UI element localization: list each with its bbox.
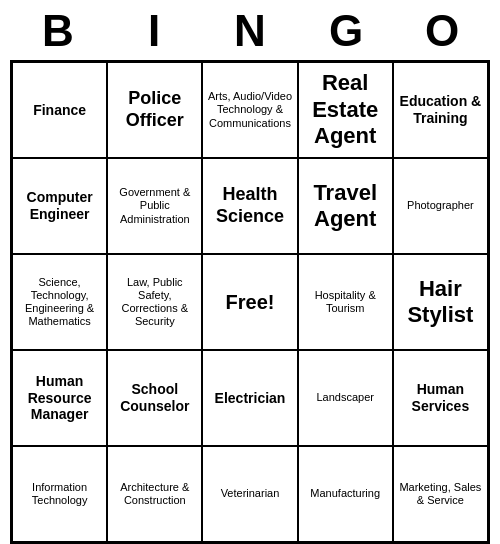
cell-16: School Counselor bbox=[107, 350, 202, 446]
cell-21: Architecture & Construction bbox=[107, 446, 202, 542]
cell-4: Education & Training bbox=[393, 62, 488, 158]
letter-b: B bbox=[14, 6, 102, 56]
letter-n: N bbox=[206, 6, 294, 56]
cell-5: Computer Engineer bbox=[12, 158, 107, 254]
letter-o: O bbox=[398, 6, 486, 56]
cell-14: Hair Stylist bbox=[393, 254, 488, 350]
cell-13: Hospitality & Tourism bbox=[298, 254, 393, 350]
cell-11: Law, Public Safety, Corrections & Securi… bbox=[107, 254, 202, 350]
cell-7: Health Science bbox=[202, 158, 297, 254]
bingo-header: B I N G O bbox=[10, 0, 490, 60]
cell-12: Free! bbox=[202, 254, 297, 350]
cell-18: Landscaper bbox=[298, 350, 393, 446]
cell-1: Police Officer bbox=[107, 62, 202, 158]
letter-i: I bbox=[110, 6, 198, 56]
cell-3: Real Estate Agent bbox=[298, 62, 393, 158]
cell-20: Information Technology bbox=[12, 446, 107, 542]
cell-6: Government & Public Administration bbox=[107, 158, 202, 254]
letter-g: G bbox=[302, 6, 390, 56]
bingo-grid: FinancePolice OfficerArts, Audio/Video T… bbox=[10, 60, 490, 544]
cell-24: Marketing, Sales & Service bbox=[393, 446, 488, 542]
cell-9: Photographer bbox=[393, 158, 488, 254]
cell-22: Veterinarian bbox=[202, 446, 297, 542]
cell-10: Science, Technology, Engineering & Mathe… bbox=[12, 254, 107, 350]
cell-0: Finance bbox=[12, 62, 107, 158]
cell-23: Manufacturing bbox=[298, 446, 393, 542]
cell-15: Human Resource Manager bbox=[12, 350, 107, 446]
cell-8: Travel Agent bbox=[298, 158, 393, 254]
cell-2: Arts, Audio/Video Technology & Communica… bbox=[202, 62, 297, 158]
cell-19: Human Services bbox=[393, 350, 488, 446]
cell-17: Electrician bbox=[202, 350, 297, 446]
